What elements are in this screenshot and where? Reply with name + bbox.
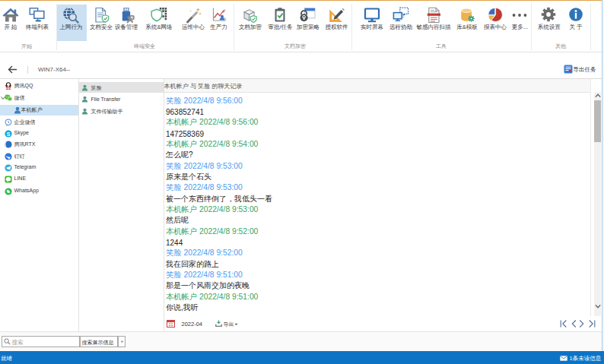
svg-text:S: S (6, 130, 10, 137)
svg-text:21: 21 (168, 322, 173, 327)
